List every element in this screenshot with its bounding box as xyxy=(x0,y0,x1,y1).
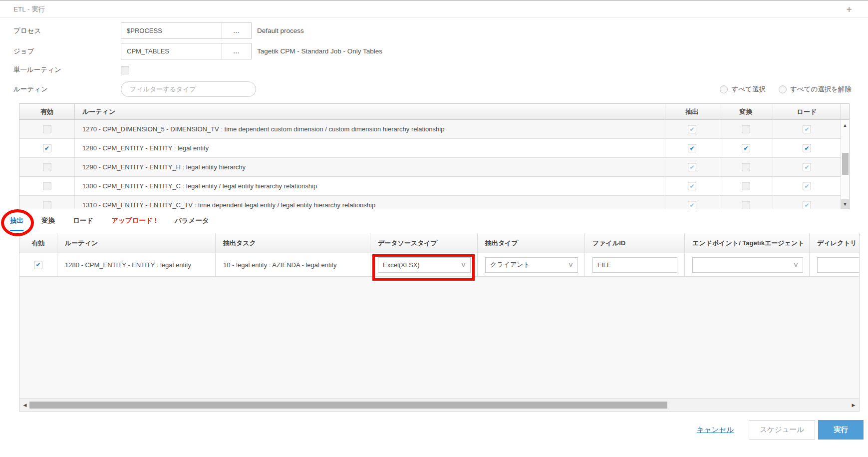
table-row[interactable]: 1300 - CPM_ENTITY - ENTITY_C : legal ent… xyxy=(19,177,849,196)
col-task: 抽出タスク xyxy=(215,233,370,253)
row-enabled-checkbox[interactable]: ✔ xyxy=(43,144,51,152)
row-routine-label: 1280 - CPM_ENTITY - ENTITY : legal entit… xyxy=(74,139,665,157)
single-routine-row: 単一ルーティン xyxy=(13,63,868,76)
panel-empty-area xyxy=(19,277,859,398)
row-load-checkbox[interactable]: ✔ xyxy=(803,125,811,133)
tab-upload[interactable]: アップロード ! xyxy=(111,216,157,230)
tab-extract-label: 抽出 xyxy=(10,217,23,224)
row-extract-checkbox[interactable]: ✔ xyxy=(688,125,696,133)
row-enabled-checkbox[interactable] xyxy=(43,125,51,133)
horizontal-scrollbar[interactable]: ◀ ▶ xyxy=(19,398,859,411)
tab-extract[interactable]: 抽出 xyxy=(10,216,23,231)
scroll-down-icon: ▼ xyxy=(843,202,848,207)
routines-table: 有効 ルーティン 抽出 変換 ロード 1270 - CPM_DIMENSION_… xyxy=(19,103,850,209)
table-row[interactable]: 1270 - CPM_DIMENSION_5 - DIMENSION_TV : … xyxy=(19,120,849,139)
row-load-checkbox[interactable]: ✔ xyxy=(803,144,811,152)
col-load: ロード xyxy=(773,104,841,119)
schedule-button[interactable]: スケジュール xyxy=(749,420,815,440)
extract-type-select[interactable]: クライアント ∨ xyxy=(485,257,578,273)
extract-type-cell: クライアント ∨ xyxy=(477,253,584,276)
routine-filter-row: ルーティン すべて選択 すべての選択を解除 xyxy=(13,81,868,97)
tab-load[interactable]: ロード xyxy=(73,216,93,230)
datasource-type-select[interactable]: Excel(XLSX) ∨ xyxy=(378,257,471,273)
extract-type-value: クライアント xyxy=(490,260,530,269)
deselect-all-option[interactable]: すべての選択を解除 xyxy=(779,85,852,94)
row-enabled-checkbox[interactable] xyxy=(43,201,51,209)
job-row: ジョブ ... Tagetik CPM - Standard Job - Onl… xyxy=(13,43,868,59)
table-row[interactable]: 1310 - CPM_ENTITY - ENTITY_C_TV : time d… xyxy=(19,196,849,209)
row-routine-label: 1270 - CPM_DIMENSION_5 - DIMENSION_TV : … xyxy=(74,120,665,138)
routines-table-body: 1270 - CPM_DIMENSION_5 - DIMENSION_TV : … xyxy=(19,120,849,209)
directory-input[interactable] xyxy=(817,257,860,273)
scroll-left-icon[interactable]: ◀ xyxy=(22,403,28,408)
col-scroll-spacer xyxy=(841,104,849,119)
select-all-radio[interactable] xyxy=(720,85,728,93)
tab-transform[interactable]: 変換 xyxy=(41,216,55,230)
single-routine-checkbox[interactable] xyxy=(121,66,129,74)
row-routine-label: 1300 - CPM_ENTITY - ENTITY_C : legal ent… xyxy=(74,177,665,195)
vertical-scrollbar[interactable]: ▲ ▼ xyxy=(841,120,849,209)
scroll-down-box[interactable]: ▼ xyxy=(841,199,849,209)
row-extract-checkbox[interactable]: ✔ xyxy=(688,163,696,171)
job-input-group: ... xyxy=(121,43,252,59)
col-enabled: 有効 xyxy=(19,107,74,116)
row-load-checkbox[interactable]: ✔ xyxy=(803,201,811,209)
file-id-input[interactable] xyxy=(592,257,677,273)
job-description: Tagetik CPM - Standard Job - Only Tables xyxy=(257,47,382,55)
col-endpoint: エンドポイント/ Tagetikエージェント xyxy=(684,233,809,253)
extract-row[interactable]: ✔ 1280 - CPM_ENTITY - ENTITY : legal ent… xyxy=(19,253,859,277)
col-transform: 変換 xyxy=(719,104,773,119)
endpoint-cell: ∨ xyxy=(684,253,809,276)
stage-tabbar: 抽出 変換 ロード アップロード ! パラメータ xyxy=(0,209,868,233)
deselect-all-radio[interactable] xyxy=(779,85,787,93)
cancel-link[interactable]: キャンセル xyxy=(697,425,734,435)
col-routine: ルーティン xyxy=(57,233,215,253)
table-row[interactable]: ✔ 1280 - CPM_ENTITY - ENTITY : legal ent… xyxy=(19,139,849,158)
process-input[interactable] xyxy=(121,23,222,38)
endpoint-select[interactable]: ∨ xyxy=(692,257,803,273)
col-enabled: 有効 xyxy=(19,239,57,248)
job-label: ジョブ xyxy=(13,47,121,56)
row-extract-checkbox[interactable]: ✔ xyxy=(688,144,696,152)
row-extract-checkbox[interactable]: ✔ xyxy=(688,201,696,209)
row-enabled-checkbox[interactable] xyxy=(43,182,51,190)
directory-cell xyxy=(809,253,859,276)
row-transform-checkbox[interactable]: ✔ xyxy=(742,144,750,152)
horizontal-scrollbar-thumb[interactable] xyxy=(29,402,667,409)
row-load-checkbox[interactable]: ✔ xyxy=(803,182,811,190)
tab-parameters[interactable]: パラメータ xyxy=(175,216,209,230)
process-input-group: ... xyxy=(121,22,252,39)
extract-panel: 有効 ルーティン 抽出タスク データソースタイプ 抽出タイプ ファイルID エン… xyxy=(19,233,860,412)
vertical-scrollbar-thumb[interactable] xyxy=(842,153,849,175)
process-browse-button[interactable]: ... xyxy=(222,23,251,38)
col-extract: 抽出 xyxy=(665,104,719,119)
scroll-up-icon[interactable]: ▲ xyxy=(843,122,848,129)
row-transform-checkbox[interactable] xyxy=(742,182,750,190)
row-transform-checkbox[interactable] xyxy=(742,125,750,133)
select-all-label: すべて選択 xyxy=(731,85,765,94)
job-input[interactable] xyxy=(121,43,222,59)
row-transform-checkbox[interactable] xyxy=(742,201,750,209)
scroll-right-icon[interactable]: ▶ xyxy=(851,403,857,408)
job-browse-button[interactable]: ... xyxy=(222,43,251,59)
row-load-checkbox[interactable]: ✔ xyxy=(803,163,811,171)
row-extract-checkbox[interactable]: ✔ xyxy=(688,182,696,190)
single-routine-label: 単一ルーティン xyxy=(13,65,121,74)
col-datasource-type: データソースタイプ xyxy=(370,233,477,253)
extract-row-task: 10 - legal entity : AZIENDA - legal enti… xyxy=(215,253,370,276)
run-button[interactable]: 実行 xyxy=(818,420,864,440)
routine-filter-input[interactable] xyxy=(121,81,256,97)
routine-filter-label: ルーティン xyxy=(13,85,121,94)
row-transform-checkbox[interactable] xyxy=(742,163,750,171)
extract-row-enabled-checkbox[interactable]: ✔ xyxy=(34,261,42,269)
chevron-down-icon: ∨ xyxy=(793,261,799,268)
select-all-option[interactable]: すべて選択 xyxy=(720,85,765,94)
routines-table-header: 有効 ルーティン 抽出 変換 ロード xyxy=(19,104,849,120)
table-row[interactable]: 1290 - CPM_ENTITY - ENTITY_H : legal ent… xyxy=(19,158,849,177)
footer-actions: キャンセル スケジュール 実行 xyxy=(0,412,868,440)
chevron-down-icon: ∨ xyxy=(568,261,574,268)
row-enabled-checkbox[interactable] xyxy=(43,163,51,171)
row-routine-label: 1290 - CPM_ENTITY - ENTITY_H : legal ent… xyxy=(74,158,665,176)
add-icon[interactable]: + xyxy=(846,4,852,14)
process-row: プロセス ... Default process xyxy=(13,22,868,39)
